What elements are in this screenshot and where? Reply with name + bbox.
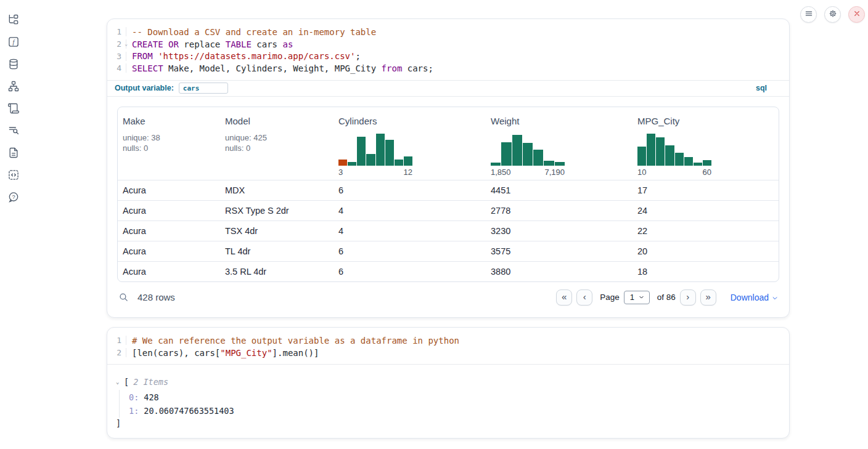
table-row[interactable]: AcuraMDX6445117 (118, 180, 779, 200)
histogram-bar[interactable] (694, 163, 702, 166)
histogram-bar[interactable] (544, 161, 554, 166)
histogram-bar[interactable] (366, 154, 375, 166)
page-select-value: 1 (630, 293, 634, 302)
column-header-weight[interactable]: Weight1,8507,190 (486, 107, 633, 180)
column-histogram[interactable]: 1060 (637, 134, 711, 177)
table-footer: 428 rows « ‹ Page 1 of 86 › » Download (117, 288, 779, 307)
chevron-down-icon (772, 295, 778, 301)
line-number: 1 (117, 27, 121, 36)
histogram-bar[interactable] (404, 156, 412, 166)
chevron-down-icon[interactable]: ⌄ (116, 379, 124, 385)
page-total: of 86 (657, 293, 676, 302)
cell2-code[interactable]: 1# We can reference the output variable … (107, 328, 789, 364)
histogram-bar[interactable] (376, 134, 385, 166)
histogram-bar[interactable] (348, 162, 356, 166)
histogram-bar[interactable] (533, 150, 543, 166)
shutdown-button[interactable] (848, 6, 865, 23)
table-row[interactable]: AcuraTSX 4dr4323022 (118, 220, 779, 241)
chevron-left-icon: ‹ (583, 292, 586, 301)
chevron-right-icon: › (686, 292, 689, 301)
histogram-bar[interactable] (684, 157, 693, 166)
table-row[interactable]: AcuraTL 4dr6357520 (118, 241, 779, 261)
histogram-bar[interactable] (338, 160, 347, 166)
next-page-button[interactable]: › (680, 289, 696, 305)
histogram-bar[interactable] (385, 140, 394, 166)
datasources-icon[interactable] (7, 58, 20, 70)
tree-item-key: 1: (129, 406, 139, 416)
histogram-bar[interactable] (395, 160, 403, 166)
line-number: 2 (117, 39, 121, 49)
histogram-bar[interactable] (357, 137, 366, 166)
table-cell: 4 (334, 226, 486, 236)
help-icon[interactable]: ? (7, 191, 20, 203)
histogram-bar[interactable] (523, 143, 533, 166)
histogram-bar[interactable] (675, 153, 684, 166)
column-header-mpg_city[interactable]: MPG_City1060 (633, 107, 779, 180)
output-variable-input[interactable] (179, 83, 228, 94)
table-cell: Acura (118, 185, 220, 195)
table-cell: 4451 (486, 185, 633, 195)
code-token: "MPG_City" (220, 348, 272, 358)
last-page-button[interactable]: » (700, 289, 716, 305)
histogram-bar[interactable] (656, 137, 665, 166)
table-cell: 17 (633, 185, 779, 195)
fold-chevron-icon[interactable]: ⌄ (125, 41, 128, 47)
code-line[interactable]: 2⌄CREATE OR replace TABLE cars as (107, 38, 789, 51)
histogram-bar[interactable] (555, 162, 565, 166)
code-line[interactable]: 3FROM 'https://datasets.marimo.app/cars.… (107, 50, 789, 62)
histogram-bar[interactable] (647, 134, 655, 166)
histogram-bar[interactable] (512, 135, 522, 166)
histogram-bar[interactable] (703, 160, 711, 166)
histogram-bar[interactable] (501, 142, 511, 166)
code-line[interactable]: 2[len(cars), cars["MPG_City"].mean()] (107, 347, 789, 359)
code-token: SELECT (132, 63, 163, 73)
download-button[interactable]: Download (731, 293, 778, 302)
output-tree-head[interactable]: ⌄ [ 2 Items (116, 376, 779, 388)
code-line[interactable]: 1-- Download a CSV and create an in-memo… (107, 26, 789, 38)
column-header-model[interactable]: Modelunique: 425nulls: 0 (220, 107, 334, 180)
settings-button[interactable] (824, 6, 841, 23)
sidebar: f ? (0, 0, 27, 449)
column-header-cylinders[interactable]: Cylinders312 (334, 107, 486, 180)
table-cell: 24 (633, 206, 779, 216)
menu-button[interactable] (800, 6, 817, 23)
table-cell: TL 4dr (220, 246, 334, 256)
open-bracket: [ (124, 377, 129, 387)
table-header: Makeunique: 38nulls: 0Modelunique: 425nu… (118, 107, 779, 180)
column-histogram[interactable]: 1,8507,190 (491, 134, 565, 177)
first-page-button[interactable]: « (556, 289, 572, 305)
code-token: -- Download a CSV and create an in-memor… (132, 27, 376, 37)
code-line[interactable]: 1# We can reference the output variable … (107, 334, 789, 347)
scratchpad-icon[interactable] (7, 102, 20, 115)
dependency-graph-icon[interactable] (7, 80, 20, 92)
histogram-bar[interactable] (491, 163, 501, 166)
table-cell: 22 (633, 226, 779, 236)
code-line[interactable]: 4SELECT Make, Model, Cylinders, Weight, … (107, 62, 789, 75)
search-icon[interactable] (118, 292, 129, 302)
table-cell: TSX 4dr (220, 226, 334, 236)
variables-icon[interactable]: f (7, 36, 20, 48)
close-bracket: ] (116, 418, 779, 431)
logs-icon[interactable] (7, 124, 20, 137)
table-row[interactable]: Acura3.5 RL 4dr6388018 (118, 261, 779, 281)
column-histogram[interactable]: 312 (338, 134, 412, 177)
histogram-bar[interactable] (637, 147, 646, 166)
snippets-icon[interactable] (7, 169, 20, 181)
code-token: replace (179, 39, 226, 49)
axis-max-label: 7,190 (544, 168, 565, 177)
file-explorer-icon[interactable] (7, 14, 20, 26)
column-stat: nulls: 0 (123, 143, 215, 153)
documentation-icon[interactable] (7, 147, 20, 159)
table-cell: RSX Type S 2dr (220, 206, 334, 216)
table-row[interactable]: AcuraRSX Type S 2dr4277824 (118, 200, 779, 220)
tree-item: 0:428 (129, 390, 779, 404)
table-body: AcuraMDX6445117AcuraRSX Type S 2dr427782… (118, 180, 779, 281)
svg-text:f: f (13, 39, 15, 46)
prev-page-button[interactable]: ‹ (576, 289, 592, 305)
page-select[interactable]: 1 (624, 291, 650, 304)
code-token: CREATE OR (132, 39, 179, 49)
histogram-bar[interactable] (665, 145, 674, 166)
tree-item: 1:20.060747663551403 (129, 404, 779, 418)
column-header-make[interactable]: Makeunique: 38nulls: 0 (118, 107, 220, 180)
cell1-code[interactable]: 1-- Download a CSV and create an in-memo… (107, 19, 789, 80)
